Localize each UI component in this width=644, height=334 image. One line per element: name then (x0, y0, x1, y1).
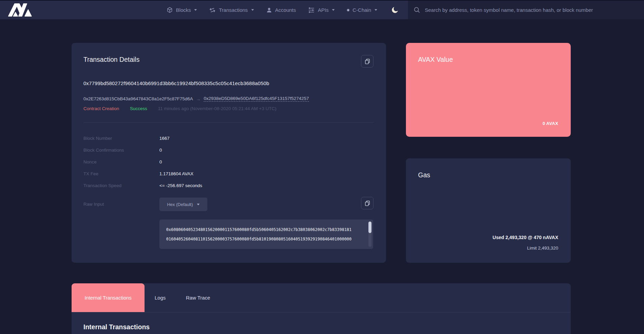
gas-used-value: Used 2,493,320 @ 470 nAVAX (493, 235, 558, 240)
copy-transaction-button[interactable] (361, 55, 373, 68)
detail-row-block-number: Block Number 1667 (83, 132, 373, 144)
search-bar (408, 1, 644, 19)
swap-arrows-icon (209, 7, 216, 14)
nav-item-c-chain[interactable]: C-Chain (347, 7, 377, 13)
avalanche-logo[interactable] (8, 1, 32, 19)
timestamp: 11 minutes ago (November-08-2020 05:21:4… (158, 106, 277, 111)
detail-value: 0 (159, 159, 162, 164)
right-arrow-icon: → (196, 96, 201, 102)
internal-transactions-heading: Internal Transactions (83, 323, 571, 331)
gas-card: Gas Used 2,493,320 @ 470 nAVAX Limit 2,4… (406, 158, 571, 263)
cube-icon (166, 7, 173, 13)
address-row: 0x2E7263d815CbB43a9647843C8a1e2F5c87F75d… (83, 96, 373, 102)
nav-item-accounts[interactable]: Accounts (266, 7, 296, 13)
moon-icon (391, 6, 399, 14)
transaction-type-badge: Contract Creation (83, 106, 119, 111)
detail-value: 1.1718604 AVAX (159, 171, 194, 176)
status-row: Contract Creation Success 11 minutes ago… (83, 106, 373, 111)
hex-line: 0160405260408110156200003757600080fd5b81… (166, 234, 364, 244)
detail-value: <= -256.697 seconds (159, 183, 202, 188)
detail-row-block-confirmations: Block Confirmations 0 (83, 144, 373, 156)
scrollbar-track[interactable] (368, 222, 371, 247)
nav-item-blocks[interactable]: Blocks (166, 7, 197, 13)
transaction-tabs-card: Internal Transactions Logs Raw Trace Int… (72, 283, 571, 334)
main-content: Transaction Details 0x7799bd580272f96041… (72, 43, 571, 263)
raw-input-format-dropdown[interactable]: Hex (Default) (159, 198, 207, 211)
nav-item-transactions[interactable]: Transactions (209, 7, 254, 14)
navbar: Blocks Transactions Accounts (0, 0, 644, 19)
chevron-down-icon (332, 9, 335, 11)
chevron-down-icon (197, 204, 200, 205)
tab-internal-transactions[interactable]: Internal Transactions (72, 283, 145, 312)
nav-item-label: Transactions (219, 7, 248, 13)
tab-bar: Internal Transactions Logs Raw Trace (72, 283, 571, 312)
detail-label: TX Fee (83, 171, 159, 176)
search-icon (413, 6, 420, 14)
status-badge: Success (130, 106, 147, 111)
transaction-details-title: Transaction Details (83, 43, 373, 63)
nav-links: Blocks Transactions Accounts (166, 1, 399, 19)
detail-row-transaction-speed: Transaction Speed <= -256.697 seconds (83, 180, 373, 191)
dark-mode-toggle[interactable] (391, 6, 399, 14)
detail-label: Transaction Speed (83, 183, 159, 188)
details-list: Block Number 1667 Block Confirmations 0 … (83, 132, 373, 191)
chevron-down-icon (194, 9, 197, 11)
sliders-icon (308, 7, 315, 13)
to-address-link[interactable]: 0x2938eD5D869e50DA6f125dfc45F13157f52742… (204, 96, 309, 102)
raw-input-hex-box: 0x60806040523480156200001157600080fd5b50… (159, 220, 373, 249)
gas-title: Gas (406, 158, 571, 179)
search-input[interactable] (425, 7, 638, 13)
raw-input-label: Raw Input (83, 198, 159, 211)
nav-item-label: APIs (318, 7, 329, 13)
hex-line: 0x60806040523480156200001157600080fd5b50… (166, 225, 364, 234)
transaction-hash: 0x7799bd580272f9604140b6991d3bb6c19924bf… (83, 80, 373, 86)
nav-item-label: Blocks (176, 7, 191, 13)
right-column: AVAX Value 0 AVAX Gas Used 2,493,320 @ 4… (406, 43, 571, 263)
chevron-down-icon (251, 9, 254, 11)
from-address: 0x2E7263d815CbB43a9647843C8a1e2F5c87F75d… (83, 96, 193, 101)
gas-limit-value: Limit 2,493,320 (527, 246, 558, 251)
nav-item-label: Accounts (275, 7, 296, 13)
scrollbar-thumb[interactable] (368, 222, 371, 233)
detail-value: 0 (159, 148, 162, 153)
tab-logs[interactable]: Logs (145, 283, 176, 312)
detail-label: Nonce (83, 159, 159, 164)
detail-value: 1667 (159, 136, 170, 141)
detail-label: Block Number (83, 136, 159, 141)
raw-input-format-value: Hex (Default) (167, 202, 193, 207)
chevron-down-icon (375, 9, 377, 11)
copy-icon (364, 200, 371, 207)
detail-row-tx-fee: TX Fee 1.1718604 AVAX (83, 168, 373, 180)
tab-raw-trace[interactable]: Raw Trace (176, 283, 221, 312)
avalanche-logo-icon (8, 3, 32, 17)
transaction-details-card: Transaction Details 0x7799bd580272f96041… (72, 43, 386, 263)
avax-value-card: AVAX Value 0 AVAX (406, 43, 571, 137)
divider (83, 122, 373, 123)
copy-raw-input-button[interactable] (361, 197, 373, 209)
raw-input-row: Raw Input Hex (Default) (83, 198, 373, 211)
nav-item-label: C-Chain (353, 7, 371, 13)
copy-icon (364, 58, 371, 65)
nav-item-apis[interactable]: APIs (308, 7, 335, 13)
detail-row-nonce: Nonce 0 (83, 156, 373, 168)
chain-dot-icon (347, 9, 350, 11)
avax-value-amount: 0 AVAX (543, 121, 558, 126)
person-icon (266, 7, 272, 13)
detail-label: Block Confirmations (83, 148, 159, 153)
avax-value-title: AVAX Value (406, 43, 571, 63)
